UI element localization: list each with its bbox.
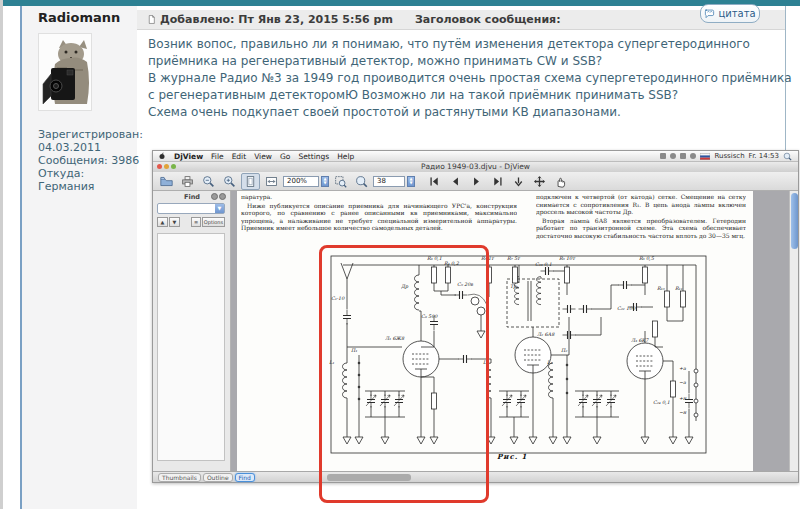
column-paragraph: Ниже публикуется описание приемника для …: [241, 202, 517, 232]
scrollbar-thumb[interactable]: [791, 193, 798, 249]
find-next-button[interactable]: ▼: [169, 217, 180, 227]
left-edge: [0, 0, 3, 509]
scroll-down-tool-button[interactable]: [509, 173, 528, 190]
page-stepper[interactable]: ▲▼: [407, 176, 415, 187]
tab-find[interactable]: Find: [235, 473, 255, 482]
schematic-label: С₂₂ 100: [617, 305, 635, 311]
schematic-label: R₉ 10т: [559, 255, 575, 261]
select-zoom-button[interactable]: [331, 173, 350, 190]
schematic-label: Л₂ 6А8: [537, 331, 554, 337]
menu-djview[interactable]: DjView: [174, 152, 203, 161]
next-page-button[interactable]: [467, 173, 486, 190]
post-paragraph: Схема очень подкупает своей простотой и …: [148, 104, 793, 121]
find-search-input[interactable]: ▼: [157, 203, 225, 214]
avatar: [38, 33, 92, 111]
column-paragraph: паратура.: [241, 193, 517, 201]
mac-menu-bar: DjView File Edit View Go Settings Help R…: [153, 151, 798, 162]
keyboard-flag-icon[interactable]: [700, 153, 710, 160]
schematic-label: R₆ 0,5: [639, 255, 654, 261]
schematic-label: +а: [679, 365, 686, 371]
registered-label: Зарегистрирован:: [38, 128, 143, 141]
fit-page-button[interactable]: [241, 173, 260, 190]
spotlight-icon[interactable]: [783, 152, 792, 161]
zoom-level-combo[interactable]: 200%: [283, 176, 319, 187]
quote-bubble-icon: [704, 8, 715, 19]
menu-file[interactable]: File: [211, 152, 224, 161]
figure-caption: Рис. 1: [497, 452, 527, 461]
magazine-left-column: паратура. Ниже публикуется описание прие…: [241, 193, 517, 251]
posted-timestamp: Добавлено: Пт Янв 23, 2015 5:56 pm: [160, 13, 393, 26]
volume-icon[interactable]: [690, 153, 696, 159]
author-info: Зарегистрирован: 04.03.2011 Сообщения: 3…: [38, 128, 143, 193]
last-page-button[interactable]: [488, 173, 507, 190]
forum-page: Radiomann Зарегистрирован: 04.03.2011 Со…: [0, 0, 800, 509]
hand-tool-button[interactable]: [551, 173, 570, 190]
schematic-label: Л₃ 6К7: [631, 337, 648, 343]
registered-date: 04.03.2011: [38, 141, 143, 154]
find-sidebar: Find ▼ ▲ ▼ ≡ Options: [153, 191, 231, 471]
zoom-stepper[interactable]: ▲▼: [321, 176, 329, 187]
column-paragraph: Вторая лампа 6А8 является преобразовател…: [536, 217, 746, 240]
schematic-label: С₂₄ 0,1: [653, 399, 670, 405]
zoom-out-button[interactable]: [199, 173, 218, 190]
tab-outline[interactable]: Outline: [203, 473, 233, 482]
menu-go[interactable]: Go: [280, 152, 290, 161]
schematic-label: −н: [679, 409, 686, 415]
find-options-button[interactable]: Options: [202, 217, 225, 227]
schematic-label: −а: [679, 379, 686, 385]
input-language[interactable]: Russisch: [714, 152, 744, 160]
post-body: Возник вопос, правильно ли я понимаю, чт…: [148, 36, 793, 121]
first-page-button[interactable]: [425, 173, 444, 190]
column-paragraph: подключен к четвертой (от катода) сетке.…: [536, 193, 746, 216]
author-username: Radiomann: [38, 10, 120, 25]
magazine-right-column: подключен к четвертой (от катода) сетке.…: [536, 193, 746, 251]
minimize-window-button[interactable]: [164, 164, 169, 169]
schematic-label: П₂: [561, 347, 567, 353]
panel-close-button[interactable]: [219, 193, 226, 200]
schematic-label: R₇ 5т: [507, 255, 520, 261]
pan-tool-button[interactable]: [530, 173, 549, 190]
schematic-label: Тр₁: [510, 283, 518, 289]
close-window-button[interactable]: [157, 164, 162, 169]
display-icon[interactable]: [680, 153, 686, 159]
vertical-scrollbar[interactable]: [789, 191, 798, 471]
fit-width-button[interactable]: [262, 173, 281, 190]
cat-with-camera-image: [39, 34, 91, 110]
find-button[interactable]: [352, 173, 371, 190]
author-column: Radiomann Зарегистрирован: 04.03.2011 Со…: [22, 6, 137, 509]
open-file-button[interactable]: [157, 173, 176, 190]
page-number-combo[interactable]: 38: [373, 176, 405, 187]
annotation-rectangle: [319, 245, 489, 503]
schematic-label: L₃: [547, 359, 552, 365]
post-header: Добавлено: Пт Янв 23, 2015 5:56 pm Загол…: [137, 10, 785, 30]
quote-button[interactable]: цитата: [700, 4, 760, 23]
tab-thumbnails[interactable]: Thumbnails: [158, 473, 201, 482]
find-previous-button[interactable]: ▲: [157, 217, 168, 227]
schematic-label: R₁₀: [657, 285, 664, 291]
menu-settings[interactable]: Settings: [298, 152, 329, 161]
panel-detach-button[interactable]: [211, 193, 218, 200]
schematic-label: С₁₃ 0,1: [535, 261, 552, 267]
print-button[interactable]: [178, 173, 197, 190]
menu-edit[interactable]: Edit: [232, 152, 247, 161]
post-paragraph: В журнале Радио №3 за 1949 год проиводит…: [148, 70, 793, 104]
chevron-down-icon[interactable]: ▼: [215, 204, 224, 213]
post-paragraph: Возник вопос, правильно ли я понимаю, чт…: [148, 36, 793, 70]
menu-clock[interactable]: Fr. 14:53: [749, 152, 779, 160]
battery-icon[interactable]: [660, 153, 666, 159]
window-title: Радио 1949-03.djvu - DjView: [153, 162, 798, 172]
clock-icon[interactable]: [670, 153, 676, 159]
apple-icon[interactable]: [158, 152, 166, 160]
zoom-in-button[interactable]: [220, 173, 239, 190]
posts-count: Сообщения: 3986: [38, 154, 143, 167]
menu-help[interactable]: Help: [337, 152, 354, 161]
quote-button-label: цитата: [718, 8, 755, 19]
find-results-list[interactable]: [157, 233, 225, 461]
find-menu-button[interactable]: ≡: [191, 217, 201, 227]
djview-toolbar: 200% ▲▼ 38 ▲▼: [153, 172, 798, 191]
schematic-label: +н: [679, 395, 686, 401]
previous-page-button[interactable]: [446, 173, 465, 190]
zoom-window-button[interactable]: [171, 164, 176, 169]
schematic-label: R₁₁: [675, 285, 682, 291]
menu-view[interactable]: View: [254, 152, 272, 161]
